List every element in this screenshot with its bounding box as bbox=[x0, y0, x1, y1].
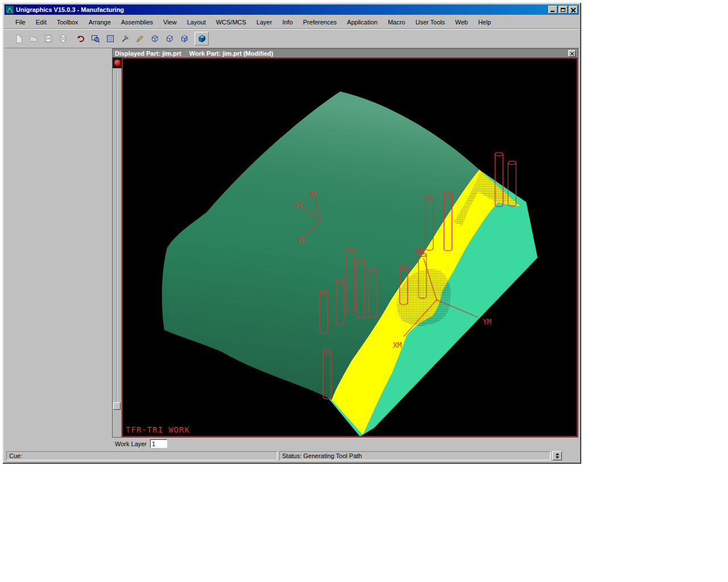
interrupt-light-icon bbox=[114, 60, 121, 66]
app-window: Unigraphics V15.0.3 - Manufacturing File… bbox=[2, 2, 581, 464]
menu-application[interactable]: Application bbox=[342, 17, 383, 27]
undo-button[interactable] bbox=[73, 32, 88, 45]
fit-view-icon bbox=[106, 34, 115, 43]
undo-arrow-icon bbox=[76, 34, 85, 43]
titlebar[interactable]: Unigraphics V15.0.3 - Manufacturing bbox=[5, 5, 579, 15]
menu-user-tools[interactable]: User Tools bbox=[410, 17, 450, 27]
menu-help[interactable]: Help bbox=[473, 17, 497, 27]
menu-web[interactable]: Web bbox=[450, 17, 473, 27]
yc-axis-label: YC bbox=[295, 201, 304, 209]
displayed-part-label: Displayed Part: jim.prt bbox=[115, 50, 181, 57]
menu-info[interactable]: Info bbox=[277, 17, 297, 27]
save-disk-icon bbox=[44, 34, 53, 43]
cube-hidden-edge-icon bbox=[165, 34, 174, 43]
graphics-side-strip bbox=[113, 57, 122, 437]
menubar: File Edit Toolbox Arrange Assemblies Vie… bbox=[5, 15, 579, 29]
menu-edit[interactable]: Edit bbox=[31, 17, 52, 27]
scroll-up-icon bbox=[556, 453, 559, 455]
minimize-icon bbox=[551, 11, 555, 12]
menu-wcs-mcs[interactable]: WCS/MCS bbox=[211, 17, 251, 27]
view-faceted-button[interactable] bbox=[177, 32, 191, 45]
zoom-button[interactable] bbox=[88, 32, 102, 45]
shaded-view-button[interactable] bbox=[195, 32, 209, 45]
strip-thumb[interactable] bbox=[113, 402, 121, 410]
main-area: Displayed Part: jim.prt Work Part: jim.p… bbox=[5, 48, 579, 438]
csys-status-note: TFR-TRI WORK bbox=[126, 425, 190, 434]
status-scroll-button[interactable] bbox=[552, 451, 562, 460]
open-part-button[interactable] bbox=[26, 32, 40, 45]
window-title: Unigraphics V15.0.3 - Manufacturing bbox=[16, 6, 548, 13]
ym-axis-label: YM bbox=[482, 318, 491, 326]
work-part-label: Work Part: jim.prt (Modified) bbox=[189, 50, 274, 57]
left-panel bbox=[5, 48, 112, 438]
view-hidden-button[interactable] bbox=[162, 32, 176, 45]
close-icon bbox=[571, 8, 576, 12]
zc-axis-label: ZC bbox=[297, 236, 306, 245]
work-layer-label: Work Layer bbox=[115, 440, 147, 447]
menu-arrange[interactable]: Arrange bbox=[84, 17, 116, 27]
plot-button[interactable] bbox=[56, 32, 70, 45]
menu-file[interactable]: File bbox=[10, 17, 31, 27]
new-part-button[interactable] bbox=[11, 32, 26, 45]
fit-view-button[interactable] bbox=[103, 32, 117, 45]
status-panel: Status: Generating Tool Path bbox=[279, 451, 551, 460]
interrupt-button[interactable] bbox=[113, 57, 122, 68]
printer-icon bbox=[59, 34, 68, 43]
statusbar: Cue: Status: Generating Tool Path bbox=[5, 450, 579, 462]
cube-faceted-icon bbox=[180, 34, 189, 43]
menu-macro[interactable]: Macro bbox=[383, 17, 411, 27]
cue-text: Cue: bbox=[9, 452, 22, 459]
scroll-down-icon bbox=[556, 456, 559, 459]
work-layer-input[interactable] bbox=[150, 439, 167, 448]
status-text: Status: Generating Tool Path bbox=[282, 452, 362, 459]
pencil-icon bbox=[135, 34, 144, 43]
new-document-icon bbox=[14, 34, 23, 43]
tool-button[interactable] bbox=[118, 32, 132, 45]
zm-axis-label: ZM bbox=[415, 248, 424, 256]
graphics-window: Displayed Part: jim.prt Work Part: jim.p… bbox=[112, 48, 578, 438]
magnifier-icon bbox=[91, 34, 100, 43]
graphics-window-header[interactable]: Displayed Part: jim.prt Work Part: jim.p… bbox=[113, 49, 578, 57]
menu-view[interactable]: View bbox=[158, 17, 182, 27]
toolbar bbox=[5, 30, 579, 48]
menu-toolbox[interactable]: Toolbox bbox=[52, 17, 84, 27]
xc-axis-label: XC bbox=[309, 190, 318, 198]
view-wireframe-button[interactable] bbox=[147, 32, 162, 45]
shaded-cube-icon bbox=[197, 34, 206, 43]
menu-layout[interactable]: Layout bbox=[182, 17, 211, 27]
menu-assemblies[interactable]: Assemblies bbox=[116, 17, 158, 27]
cube-wireframe-icon bbox=[150, 34, 159, 43]
xm-axis-label: XM bbox=[393, 341, 402, 350]
cue-panel: Cue: bbox=[6, 451, 278, 460]
viewport[interactable]: XC YC ZC ZM XM YM TFR-TRI WORK bbox=[122, 57, 578, 437]
menu-layer[interactable]: Layer bbox=[251, 17, 278, 27]
hatchet-icon bbox=[121, 34, 130, 43]
open-folder-icon bbox=[29, 34, 38, 43]
app-logo-icon bbox=[6, 6, 14, 14]
maximize-button[interactable] bbox=[559, 6, 568, 14]
graphics-close-icon bbox=[570, 52, 574, 55]
maximize-icon bbox=[561, 8, 565, 12]
graphics-close-button[interactable] bbox=[568, 50, 576, 57]
work-layer-row: Work Layer bbox=[5, 438, 579, 450]
sketch-button[interactable] bbox=[133, 32, 147, 45]
save-part-button[interactable] bbox=[41, 32, 55, 45]
close-button[interactable] bbox=[569, 6, 578, 14]
menu-preferences[interactable]: Preferences bbox=[298, 17, 342, 27]
minimize-button[interactable] bbox=[548, 6, 557, 14]
strip-track[interactable] bbox=[117, 71, 118, 403]
3d-scene: XC YC ZC ZM XM YM TFR-TRI WORK bbox=[122, 57, 578, 437]
